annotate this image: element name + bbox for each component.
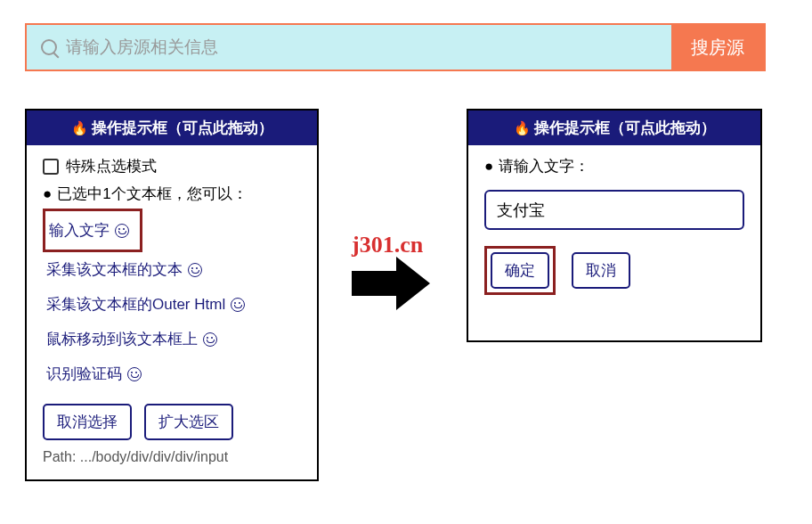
watermark-text: j301.cn (352, 232, 423, 258)
special-mode-label: 特殊点选模式 (66, 156, 157, 176)
input-prompt-row: ● 请输入文字： (484, 156, 744, 177)
smiley-icon (188, 263, 202, 277)
action-collect-text[interactable]: 采集该文本框的文本 (43, 252, 206, 287)
path-text: Path: .../body/div/div/div/input (43, 449, 301, 465)
search-icon (41, 39, 57, 55)
operation-panel-right: 🔥 操作提示框（可点此拖动） ● 请输入文字： 确定 取消 (467, 109, 762, 342)
smiley-icon (203, 332, 217, 347)
arrow-icon (352, 255, 432, 312)
search-input-wrapper (27, 25, 671, 70)
selected-info-row: ● 已选中1个文本框，您可以： (43, 184, 301, 205)
confirm-button[interactable]: 确定 (491, 252, 549, 289)
action-recognize-captcha[interactable]: 识别验证码 (43, 356, 145, 391)
panel-body-left: 特殊点选模式 ● 已选中1个文本框，您可以： 输入文字 采集该文本框的文本 采集… (27, 145, 317, 479)
svg-marker-0 (352, 257, 430, 310)
panel-title-right: 操作提示框（可点此拖动） (534, 118, 716, 138)
smiley-icon (127, 367, 142, 381)
text-input-field[interactable] (484, 190, 744, 230)
special-mode-row: 特殊点选模式 (43, 156, 301, 176)
expand-select-button[interactable]: 扩大选区 (144, 404, 233, 440)
fire-icon: 🔥 (71, 120, 88, 136)
action-input-text[interactable]: 输入文字 (45, 213, 133, 248)
action-recognize-captcha-label: 识别验证码 (46, 364, 122, 384)
bullet-icon: ● (484, 156, 493, 177)
confirm-highlight: 确定 (484, 246, 556, 295)
input-prompt-text: 请输入文字： (499, 156, 589, 176)
button-row-left: 取消选择 扩大选区 (43, 404, 301, 440)
selected-info-text: 已选中1个文本框，您可以： (57, 184, 247, 204)
fire-icon: 🔥 (514, 120, 531, 136)
action-collect-outer-html-label: 采集该文本框的Outer Html (46, 294, 225, 315)
smiley-icon (115, 224, 129, 238)
cancel-select-button[interactable]: 取消选择 (43, 404, 132, 440)
operation-panel-left: 🔥 操作提示框（可点此拖动） 特殊点选模式 ● 已选中1个文本框，您可以： 输入… (25, 109, 319, 481)
smiley-icon (231, 298, 245, 312)
action-collect-outer-html[interactable]: 采集该文本框的Outer Html (43, 287, 248, 322)
panel-header-left[interactable]: 🔥 操作提示框（可点此拖动） (27, 111, 317, 145)
cancel-button[interactable]: 取消 (572, 252, 630, 289)
action-mouse-move-label: 鼠标移动到该文本框上 (46, 329, 198, 349)
panel-title-left: 操作提示框（可点此拖动） (92, 118, 273, 138)
panel-body-right: ● 请输入文字： 确定 取消 (468, 145, 760, 309)
input-text-highlight: 输入文字 (43, 209, 142, 252)
panel-header-right[interactable]: 🔥 操作提示框（可点此拖动） (468, 111, 760, 145)
button-row-right: 确定 取消 (484, 246, 744, 295)
special-mode-checkbox[interactable] (43, 159, 59, 175)
action-collect-text-label: 采集该文本框的文本 (46, 259, 183, 280)
action-mouse-move[interactable]: 鼠标移动到该文本框上 (43, 322, 221, 356)
action-input-text-label: 输入文字 (49, 220, 110, 241)
bullet-icon: ● (43, 184, 52, 205)
search-input[interactable] (66, 37, 671, 57)
search-button[interactable]: 搜房源 (671, 25, 764, 70)
search-bar: 搜房源 (25, 23, 766, 71)
